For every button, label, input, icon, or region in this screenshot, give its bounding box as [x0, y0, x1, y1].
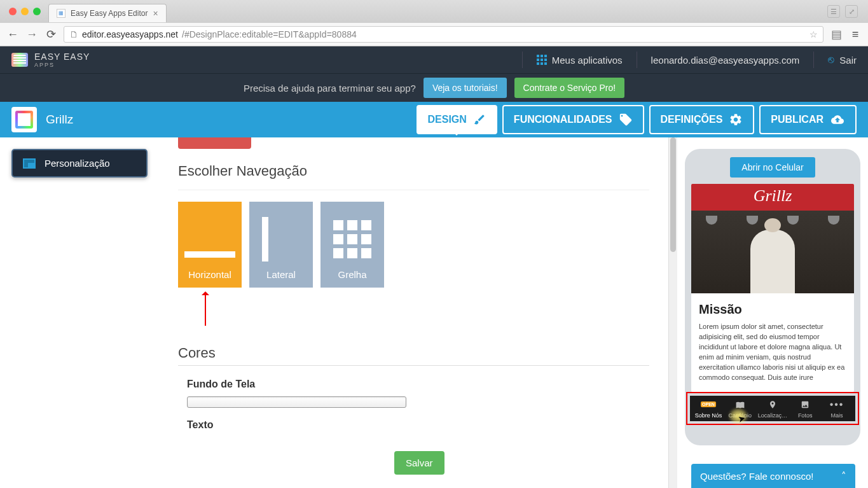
open-on-mobile-button[interactable]: Abrir no Celular	[730, 157, 815, 178]
tab-features-label: FUNCIONALIDADES	[514, 114, 612, 125]
tabbar-highlight: OPEN Sobre Nós Cardápio Localizaç…	[686, 392, 859, 425]
tab-design[interactable]: DESIGN	[417, 105, 497, 134]
reload-icon[interactable]: ⟳	[45, 27, 57, 41]
brand-name: EASY EASY	[34, 52, 90, 62]
address-bar-row: ← → ⟳ 🗋 editor.easyeasyapps.net/#DesignP…	[0, 23, 868, 46]
address-bar[interactable]: 🗋 editor.easyeasyapps.net/#DesignPlace:e…	[64, 26, 823, 43]
tab-label: Mais	[831, 412, 843, 419]
svg-rect-8	[544, 62, 547, 65]
tab-settings[interactable]: DEFINIÇÕES	[649, 105, 755, 134]
window-controls[interactable]	[5, 8, 45, 15]
sidebar-item-label: Personalização	[45, 158, 110, 169]
tab-about[interactable]: OPEN Sobre Nós	[694, 400, 722, 419]
tab-publish[interactable]: PUBLICAR	[759, 105, 857, 134]
tab-publish-label: PUBLICAR	[771, 114, 823, 125]
close-window-icon[interactable]	[9, 8, 17, 15]
my-apps-link[interactable]: Meus aplicativos	[537, 55, 623, 66]
tab-label: Localizaç…	[758, 412, 788, 419]
scrollbar[interactable]	[668, 137, 677, 488]
tutorials-button[interactable]: Veja os tutoriais!	[424, 78, 507, 98]
logout-link[interactable]: ⎋ Sair	[828, 54, 857, 66]
app-icon[interactable]	[11, 107, 37, 132]
tab-label: Fotos	[798, 412, 813, 419]
phone-frame: Abrir no Celular Grillz Missão Lorem ips…	[685, 149, 860, 445]
bg-color-label: Fundo de Tela	[187, 379, 649, 390]
preview-section-title: Missão	[699, 302, 846, 317]
phone-chin	[691, 425, 854, 439]
preview-tabbar: OPEN Sobre Nós Cardápio Localizaç…	[690, 396, 855, 421]
page-icon: 🗋	[69, 29, 78, 39]
expand-icon[interactable]: ⤢	[845, 5, 858, 18]
divider	[522, 52, 523, 68]
support-widget[interactable]: Questões? Fale connosco! ˄	[691, 464, 855, 488]
brand-subtitle: APPS	[34, 62, 90, 68]
app-name: Grillz	[46, 113, 73, 127]
chevron-up-icon: ˄	[841, 470, 846, 482]
save-button[interactable]: Salvar	[394, 451, 444, 475]
nav-option-label: Horizontal	[188, 269, 231, 280]
user-email[interactable]: leonardo.dias@easyeasyapps.com	[651, 55, 800, 66]
divider	[178, 190, 649, 190]
brand-logo[interactable]: EASY EASY APPS	[11, 52, 90, 68]
url-host: editor.easyeasyapps.net	[82, 29, 178, 39]
tab-label: Sobre Nós	[695, 412, 722, 419]
nav-option-horizontal[interactable]: Horizontal	[178, 202, 242, 288]
sidebar: Personalização	[0, 137, 159, 488]
svg-rect-3	[537, 59, 539, 61]
scrollbar-thumb[interactable]	[670, 137, 676, 252]
tab-settings-label: DEFINIÇÕES	[661, 114, 723, 125]
nav-option-label: Lateral	[266, 269, 296, 280]
bg-color-input[interactable]	[187, 396, 406, 408]
logout-label: Sair	[839, 55, 857, 66]
red-indicator	[178, 137, 251, 149]
main-nav: Grillz DESIGN FUNCIONALIDADES DEFINIÇÕES…	[0, 102, 868, 137]
divider	[637, 52, 637, 68]
svg-rect-5	[544, 59, 547, 61]
nav-option-lateral[interactable]: Lateral	[249, 202, 313, 288]
pro-service-button[interactable]: Contrate o Serviço Pro!	[514, 78, 625, 98]
extension-icon[interactable]: ▤	[830, 27, 843, 41]
phone-screen: Grillz Missão Lorem ipsum dolor sit amet…	[691, 184, 854, 392]
tab-design-label: DESIGN	[428, 114, 467, 125]
svg-rect-1	[541, 55, 543, 57]
text-color-label: Texto	[187, 419, 649, 431]
divider	[813, 52, 814, 68]
svg-rect-2	[544, 55, 547, 57]
brush-icon	[473, 113, 486, 126]
nav-option-grid[interactable]: Grelha	[320, 202, 384, 288]
preview-panel: Abrir no Celular Grillz Missão Lorem ips…	[677, 137, 868, 488]
forward-icon[interactable]: →	[25, 28, 38, 41]
browser-tab[interactable]: ▦ Easy Easy Apps Editor ×	[48, 4, 167, 22]
svg-rect-4	[541, 59, 543, 61]
more-icon: •••	[831, 400, 843, 410]
logo-icon	[11, 53, 28, 67]
nav-option-label: Grelha	[338, 269, 366, 280]
preview-section-body: Lorem ipsum dolor sit amet, consectetur …	[699, 322, 846, 383]
user-menu-icon[interactable]: ☰	[827, 5, 840, 18]
browser-chrome: ▦ Easy Easy Apps Editor × ☰ ⤢ ← → ⟳ 🗋 ed…	[0, 0, 868, 46]
tag-icon	[619, 113, 633, 127]
tab-close-icon[interactable]: ×	[153, 8, 158, 18]
image-icon	[799, 400, 811, 410]
tab-location[interactable]: Localizaç…	[758, 400, 788, 419]
preview-app-title: Grillz	[691, 184, 854, 211]
help-prompt: Precisa de ajuda para terminar seu app?	[244, 83, 416, 94]
tab-more[interactable]: ••• Mais	[823, 400, 851, 419]
menu-icon[interactable]: ≡	[849, 28, 862, 41]
bookmark-icon[interactable]: ☆	[809, 29, 818, 39]
preview-hero-image	[691, 211, 854, 293]
minimize-window-icon[interactable]	[21, 8, 29, 15]
tab-photos[interactable]: Fotos	[791, 400, 819, 419]
maximize-window-icon[interactable]	[33, 8, 41, 15]
url-path: /#DesignPlace:editable=EDIT&appId=80884	[182, 29, 357, 39]
sidebar-item-personalization[interactable]: Personalização	[11, 149, 148, 178]
main-column: Escolher Navegação Horizontal Lateral Gr…	[159, 137, 668, 488]
content: Personalização Escolher Navegação Horizo…	[0, 137, 868, 488]
browser-tab-bar: ▦ Easy Easy Apps Editor × ☰ ⤢	[0, 0, 868, 23]
back-icon[interactable]: ←	[6, 28, 19, 41]
section-choose-nav-title: Escolher Navegação	[178, 163, 649, 179]
layout-icon	[23, 158, 36, 169]
section-colors-title: Cores	[178, 345, 649, 366]
tab-features[interactable]: FUNCIONALIDADES	[502, 105, 644, 134]
tab-title: Easy Easy Apps Editor	[71, 9, 148, 18]
